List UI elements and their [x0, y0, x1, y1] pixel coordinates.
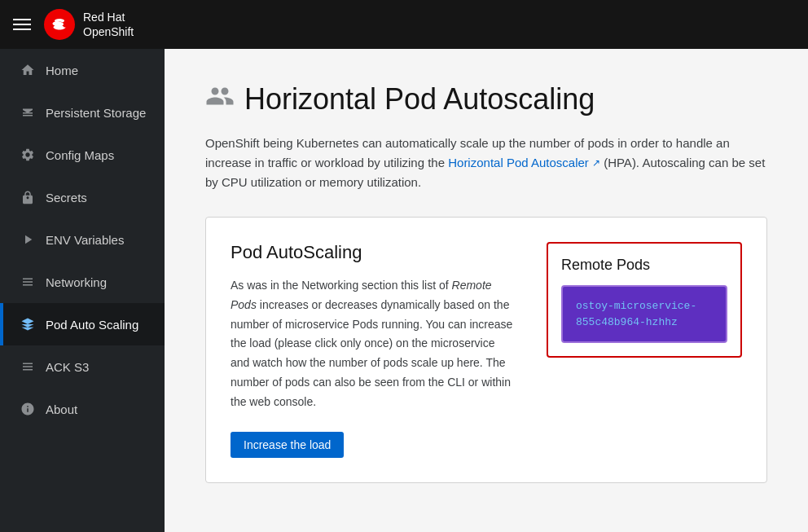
main-content: Horizontal Pod Autoscaling OpenShift bei…: [165, 49, 808, 532]
sidebar-item-pod-auto-scaling[interactable]: Pod Auto Scaling: [0, 303, 165, 345]
hpa-link[interactable]: Horizontal Pod Autoscaler ↗︎: [448, 156, 600, 169]
sidebar-item-env-variables[interactable]: ENV Variables: [0, 218, 165, 261]
remote-pods-title: Remote Pods: [561, 257, 727, 274]
sidebar-label-home: Home: [46, 64, 78, 77]
ack-icon: [20, 358, 36, 375]
sidebar-label-about: About: [46, 402, 77, 416]
external-link-icon: ↗︎: [592, 157, 600, 169]
env-icon: [20, 231, 36, 248]
sidebar-item-about[interactable]: About: [0, 388, 165, 430]
sidebar-item-persistent-storage[interactable]: Persistent Storage: [0, 91, 165, 134]
card-title: Pod AutoScaling: [231, 242, 514, 263]
card-left: Pod AutoScaling As was in the Networking…: [231, 242, 514, 458]
config-icon: [20, 147, 36, 163]
page-title-row: Horizontal Pod Autoscaling: [205, 81, 767, 117]
main-layout: Home Persistent Storage Config Maps Secr…: [0, 49, 808, 532]
sidebar-label-config-maps: Config Maps: [46, 148, 114, 162]
sidebar-item-home[interactable]: Home: [0, 49, 165, 91]
card-text: As was in the Networking section this li…: [231, 276, 514, 412]
hpa-link-text: Horizontal Pod Autoscaler: [448, 156, 589, 169]
sidebar-item-ack-s3[interactable]: ACK S3: [0, 345, 165, 388]
brand-line1: Red Hat: [83, 10, 134, 24]
sidebar-item-secrets[interactable]: Secrets: [0, 176, 165, 218]
sidebar-label-pod-auto-scaling: Pod Auto Scaling: [46, 318, 138, 332]
sidebar-label-secrets: Secrets: [46, 191, 87, 204]
sidebar-label-networking: Networking: [46, 275, 107, 289]
page-title: Horizontal Pod Autoscaling: [244, 82, 595, 117]
home-icon: [20, 62, 36, 78]
remote-pods-section: Remote Pods ostoy-microservice-855c48b96…: [547, 242, 742, 358]
card-right: Remote Pods ostoy-microservice-855c48b96…: [547, 242, 742, 458]
page-title-icon: [205, 81, 235, 117]
sidebar-label-persistent-storage: Persistent Storage: [46, 106, 146, 120]
increase-load-button[interactable]: Increase the load: [231, 432, 344, 458]
brand-line2: OpenShift: [83, 24, 134, 39]
sidebar-label-env-variables: ENV Variables: [46, 233, 124, 247]
sidebar-label-ack-s3: ACK S3: [46, 360, 89, 374]
pod-item[interactable]: ostoy-microservice-855c48b964-hzhhz: [561, 285, 727, 343]
sidebar-item-config-maps[interactable]: Config Maps: [0, 134, 165, 176]
sidebar: Home Persistent Storage Config Maps Secr…: [0, 49, 165, 532]
page-description: OpenShift being Kubernetes can automatic…: [205, 134, 767, 192]
navbar: Red Hat OpenShift: [0, 0, 808, 49]
redhat-logo-icon: [44, 9, 75, 40]
sidebar-item-networking[interactable]: Networking: [0, 261, 165, 303]
storage-icon: [20, 104, 36, 121]
about-icon: [20, 401, 36, 417]
pod-icon: [20, 316, 36, 332]
brand-logo: Red Hat OpenShift: [44, 9, 134, 40]
networking-icon: [20, 274, 36, 290]
hamburger-menu[interactable]: [13, 19, 31, 30]
secrets-icon: [20, 189, 36, 205]
autoscaling-card: Pod AutoScaling As was in the Networking…: [205, 217, 767, 483]
brand-name: Red Hat OpenShift: [83, 10, 134, 39]
